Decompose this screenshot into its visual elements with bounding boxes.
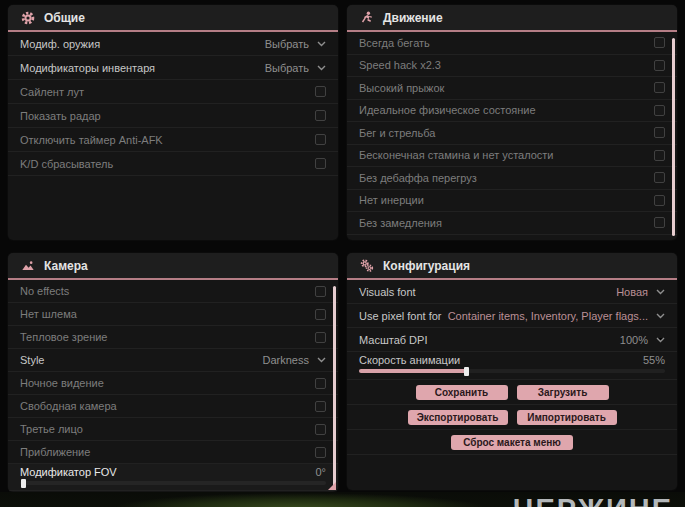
scrollbar[interactable] bbox=[672, 38, 675, 236]
row-label: Speed hack x2.3 bbox=[359, 59, 441, 71]
row-label: K/D сбрасыватель bbox=[20, 158, 113, 170]
row-label: Идеальное физическое состояние bbox=[359, 104, 536, 116]
gears-icon bbox=[360, 259, 374, 273]
select-inventory-mods[interactable]: Выбрать bbox=[265, 62, 326, 74]
resize-handle[interactable] bbox=[328, 482, 336, 490]
checkbox[interactable] bbox=[654, 150, 665, 161]
row-third-person: Третье лицо bbox=[8, 418, 338, 441]
row-always-run: Всегда бегать bbox=[347, 32, 677, 55]
row-label: Модификаторы инвентаря bbox=[20, 62, 155, 74]
row-label: Третье лицо bbox=[20, 423, 83, 435]
image-icon bbox=[21, 259, 35, 273]
button-row-reset: Сброс макета меню bbox=[347, 430, 677, 455]
checkbox[interactable] bbox=[315, 134, 326, 145]
slider-label: Скорость анимации bbox=[359, 354, 460, 366]
checkbox[interactable] bbox=[654, 105, 665, 116]
slider-value: 55% bbox=[643, 354, 665, 366]
anim-slider-track[interactable] bbox=[359, 369, 665, 373]
row-high-jump: Высокий прыжок bbox=[347, 77, 677, 100]
row-weapon-mod: Модиф. оружия Выбрать bbox=[8, 32, 338, 56]
row-pixel-font: Use pixel font for Container items, Inve… bbox=[347, 304, 677, 328]
reset-menu-layout-button[interactable]: Сброс макета меню bbox=[451, 435, 573, 450]
row-label: Отключить таймер Anti-AFK bbox=[20, 134, 163, 146]
button-row-save-load: Сохранить Загрузить bbox=[347, 380, 677, 405]
checkbox[interactable] bbox=[654, 217, 665, 228]
select-value: Darkness bbox=[263, 354, 309, 366]
row-night-vision: Ночное видение bbox=[8, 372, 338, 395]
row-style: Style Darkness bbox=[8, 349, 338, 372]
location-watermark: ЧЕРЖИНЕ bbox=[513, 493, 673, 507]
select-visuals-font[interactable]: Новая bbox=[616, 286, 665, 298]
row-visuals-font: Visuals font Новая bbox=[347, 280, 677, 304]
checkbox[interactable] bbox=[654, 60, 665, 71]
select-value: Container items, Inventory, Player flags… bbox=[448, 310, 648, 322]
chevron-down-icon bbox=[317, 41, 326, 47]
import-button[interactable]: Импортировать bbox=[517, 410, 617, 425]
row-thermal-vision: Тепловое зрение bbox=[8, 326, 338, 349]
chevron-down-icon bbox=[317, 357, 326, 363]
panel-general: Общие Модиф. оружия Выбрать Модификаторы… bbox=[8, 5, 338, 240]
select-value: Новая bbox=[616, 286, 648, 298]
panel-movement-header[interactable]: Движение bbox=[347, 5, 677, 32]
row-show-radar: Показать радар bbox=[8, 104, 338, 128]
checkbox[interactable] bbox=[654, 127, 665, 138]
checkbox[interactable] bbox=[315, 110, 326, 121]
row-label: No effects bbox=[20, 285, 69, 297]
panel-camera: Камера No effects Нет шлема Тепловое зре… bbox=[8, 253, 338, 492]
select-pixel-font[interactable]: Container items, Inventory, Player flags… bbox=[448, 310, 665, 322]
row-label: Высокий прыжок bbox=[359, 82, 444, 94]
checkbox[interactable] bbox=[654, 37, 665, 48]
row-label: Нет шлема bbox=[20, 308, 77, 320]
panel-camera-header[interactable]: Камера bbox=[8, 253, 338, 280]
row-zoom: Приближение bbox=[8, 441, 338, 464]
checkbox[interactable] bbox=[315, 332, 326, 343]
checkbox[interactable] bbox=[654, 172, 665, 183]
checkbox[interactable] bbox=[315, 309, 326, 320]
row-label: Сайлент лут bbox=[20, 86, 84, 98]
checkbox[interactable] bbox=[315, 424, 326, 435]
checkbox[interactable] bbox=[315, 401, 326, 412]
gear-icon bbox=[21, 11, 35, 25]
chevron-down-icon bbox=[656, 337, 665, 343]
row-label: Use pixel font for bbox=[359, 310, 442, 322]
select-style[interactable]: Darkness bbox=[263, 354, 326, 366]
checkbox[interactable] bbox=[315, 447, 326, 458]
save-button[interactable]: Сохранить bbox=[416, 385, 508, 400]
button-row-export-import: Экспортировать Импортировать bbox=[347, 405, 677, 430]
select-weapon-mod[interactable]: Выбрать bbox=[265, 38, 326, 50]
row-fov-modifier: Модификатор FOV 0° bbox=[8, 464, 338, 491]
row-no-effects: No effects bbox=[8, 280, 338, 303]
export-button[interactable]: Экспортировать bbox=[408, 410, 508, 425]
select-dpi-scale[interactable]: 100% bbox=[620, 334, 665, 346]
row-label: Visuals font bbox=[359, 286, 416, 298]
anim-slider-handle[interactable] bbox=[464, 367, 469, 376]
fov-slider-handle[interactable] bbox=[21, 479, 26, 488]
row-kd-reset: K/D сбрасыватель bbox=[8, 152, 338, 176]
fov-slider-track[interactable] bbox=[20, 481, 326, 485]
checkbox[interactable] bbox=[315, 286, 326, 297]
slider-value: 0° bbox=[315, 466, 326, 478]
row-dpi-scale: Масштаб DPI 100% bbox=[347, 328, 677, 352]
panel-title: Общие bbox=[44, 11, 85, 25]
row-label: Модиф. оружия bbox=[20, 38, 100, 50]
panel-config-header[interactable]: Конфигурация bbox=[347, 253, 677, 280]
row-animation-speed: Скорость анимации 55% bbox=[347, 352, 677, 380]
checkbox[interactable] bbox=[654, 195, 665, 206]
row-anti-afk: Отключить таймер Anti-AFK bbox=[8, 128, 338, 152]
row-run-and-shoot: Бег и стрельба bbox=[347, 122, 677, 145]
row-no-overload-debuff: Без дебаффа перегруз bbox=[347, 167, 677, 190]
row-label: Без замедления bbox=[359, 217, 442, 229]
checkbox[interactable] bbox=[315, 86, 326, 97]
checkbox[interactable] bbox=[315, 378, 326, 389]
row-label: Приближение bbox=[20, 446, 90, 458]
row-label: Бесконечная стамина и нет усталости bbox=[359, 149, 554, 161]
row-label: Нет инерции bbox=[359, 194, 424, 206]
scrollbar[interactable] bbox=[333, 286, 336, 488]
checkbox[interactable] bbox=[315, 158, 326, 169]
load-button[interactable]: Загрузить bbox=[517, 385, 609, 400]
checkbox[interactable] bbox=[654, 82, 665, 93]
row-label: Без дебаффа перегруз bbox=[359, 172, 477, 184]
slider-label: Модификатор FOV bbox=[20, 466, 117, 478]
panel-general-header[interactable]: Общие bbox=[8, 5, 338, 32]
row-label: Style bbox=[20, 354, 44, 366]
